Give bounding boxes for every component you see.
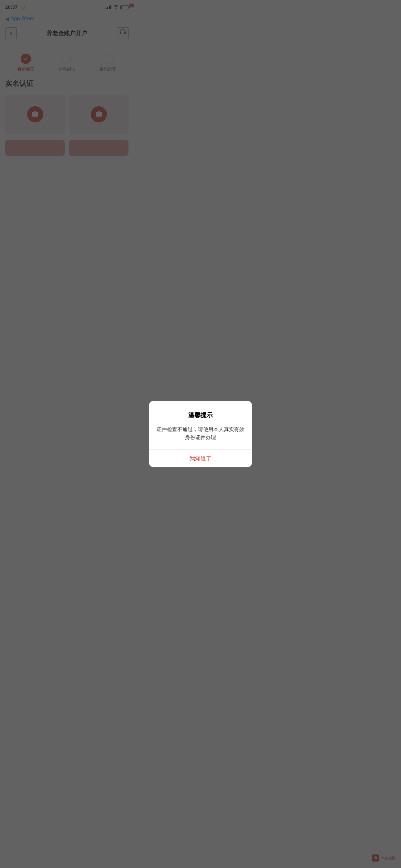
modal-overlay: 温馨提示 证件检查不通过，请使用本人真实有效身份证件办理 我知道了 [0,0,134,289]
